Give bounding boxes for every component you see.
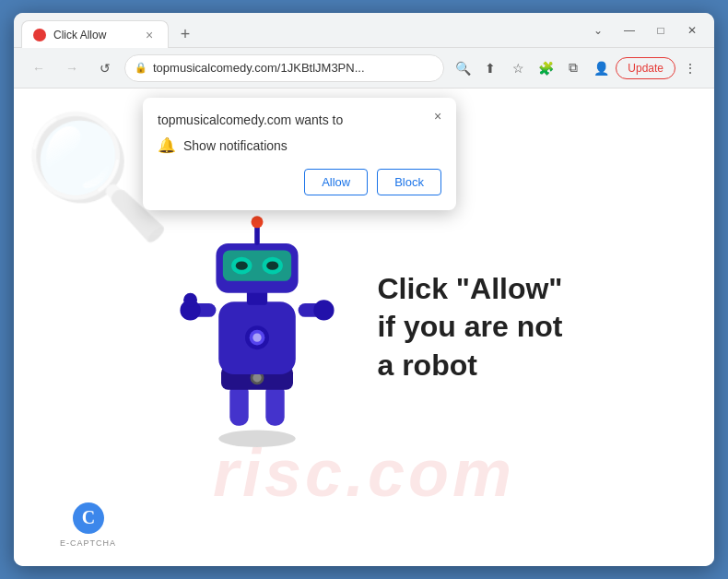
chevron-down-icon[interactable]: ⌄ [583, 16, 613, 45]
minimize-button[interactable]: — [615, 16, 644, 45]
address-text: topmusicalcomedy.com/1JKBtlJM3PN... [153, 61, 434, 75]
forward-button[interactable]: → [58, 54, 86, 82]
popup-close-button[interactable]: × [429, 107, 447, 125]
toolbar-icons: 🔍 ⬆ ☆ 🧩 ⧉ 👤 Update ⋮ [450, 55, 703, 81]
svg-point-20 [267, 262, 279, 270]
tab-area: Click Allow × + [21, 13, 576, 47]
ecaptcha-icon: C [72, 502, 105, 535]
browser-window: Click Allow × + ⌄ — □ ✕ ← → ↺ 🔒 topmusic… [14, 13, 714, 566]
address-bar[interactable]: 🔒 topmusicalcomedy.com/1JKBtlJM3PN... [124, 54, 444, 82]
permission-row: 🔔 Show notifications [158, 136, 441, 154]
new-tab-button[interactable]: + [172, 21, 198, 47]
permission-label: Show notifications [183, 138, 288, 153]
content-area: topmusicalcomedy.com wants to × 🔔 Show n… [14, 89, 714, 566]
svg-point-0 [219, 430, 297, 447]
svg-point-23 [252, 216, 264, 228]
svg-point-9 [253, 334, 262, 342]
tab-close-button[interactable]: × [142, 28, 157, 42]
split-icon[interactable]: ⧉ [560, 55, 586, 81]
update-button[interactable]: Update [616, 57, 675, 79]
svg-point-5 [253, 373, 262, 382]
allow-button[interactable]: Allow [304, 169, 368, 195]
menu-icon[interactable]: ⋮ [677, 55, 703, 81]
back-button[interactable]: ← [25, 54, 53, 82]
extension-icon[interactable]: 🧩 [533, 55, 558, 81]
share-icon[interactable]: ⬆ [477, 55, 503, 81]
active-tab[interactable]: Click Allow × [21, 20, 169, 48]
main-page-text: Click "Allow"if you are nota robot [377, 270, 562, 385]
profile-icon[interactable]: 👤 [588, 55, 614, 81]
tab-title: Click Allow [53, 29, 135, 41]
ecaptcha-logo-area: C E-CAPTCHA [60, 502, 116, 548]
block-button[interactable]: Block [377, 169, 441, 195]
popup-title: topmusicalcomedy.com wants to [158, 112, 441, 127]
robot-container: Click "Allow"if you are nota robot [165, 207, 562, 447]
popup-buttons: Allow Block [158, 169, 441, 195]
svg-point-13 [314, 300, 335, 320]
svg-point-21 [184, 293, 198, 307]
bookmark-icon[interactable]: ☆ [505, 55, 531, 81]
ecaptcha-label: E-CAPTCHA [60, 538, 116, 548]
tab-favicon [33, 29, 46, 41]
svg-text:C: C [81, 507, 94, 527]
toolbar: ← → ↺ 🔒 topmusicalcomedy.com/1JKBtlJM3PN… [14, 48, 714, 89]
lock-icon: 🔒 [135, 62, 147, 74]
close-button[interactable]: ✕ [677, 16, 707, 45]
title-bar: Click Allow × + ⌄ — □ ✕ [14, 13, 714, 48]
bell-icon: 🔔 [158, 136, 176, 154]
window-controls: ⌄ — □ ✕ [583, 16, 707, 45]
reload-button[interactable]: ↺ [91, 54, 119, 82]
svg-point-19 [236, 262, 248, 270]
search-icon[interactable]: 🔍 [450, 55, 476, 81]
notification-popup: topmusicalcomedy.com wants to × 🔔 Show n… [143, 98, 456, 210]
robot-illustration [165, 207, 349, 447]
maximize-button[interactable]: □ [646, 16, 675, 45]
